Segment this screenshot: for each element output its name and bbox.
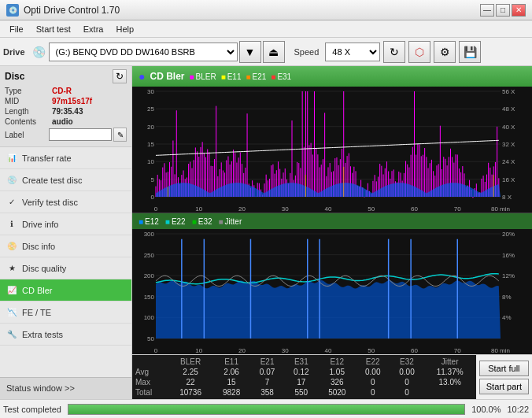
disc-refresh-button[interactable]: ↻: [113, 69, 127, 83]
minimize-button[interactable]: —: [480, 4, 494, 17]
row-value: 0: [390, 387, 423, 398]
sidebar-item-drive-info[interactable]: ℹ Drive info: [0, 213, 131, 235]
row-value: 0: [390, 377, 423, 387]
main-layout: Disc ↻ Type CD-R MID 97m15s17f Length 79…: [0, 66, 532, 399]
disc-length-value: 79:35.43: [52, 107, 83, 116]
sidebar-item-verify-test-disc[interactable]: ✓ Verify test disc: [0, 191, 131, 213]
row-value: 358: [250, 387, 284, 398]
erase-button[interactable]: ⬡: [408, 41, 430, 63]
sidebar-item-extra-tests[interactable]: 🔧 Extra tests: [0, 324, 131, 346]
chart1-canvas: [132, 87, 532, 213]
cdbler-title: CD Bler: [150, 71, 184, 82]
sidebar-item-label: Transfer rate: [22, 154, 72, 163]
cdbler-header: ● CD Bler ■ BLER ■ E11 ■ E21 ■ E31: [132, 66, 532, 87]
disc-type-value: CD-R: [52, 87, 72, 95]
progress-text: 100.0%: [471, 405, 501, 414]
legend-e11-label: E11: [227, 72, 242, 81]
speed-label: Speed: [294, 47, 320, 57]
menu-help[interactable]: Help: [109, 23, 140, 35]
col-e11: E11: [212, 357, 250, 367]
legend-e12: ■ E12: [139, 217, 159, 226]
disc-info-icon: 📀: [6, 241, 17, 252]
app-title: Opti Drive Control 1.70: [24, 5, 120, 16]
title-bar: 💿 Opti Drive Control 1.70 — □ ✕: [0, 0, 532, 20]
row-value: 15: [212, 377, 250, 387]
sidebar-item-cd-bler[interactable]: 📈 CD Bler: [0, 279, 131, 301]
menu-start-test[interactable]: Start test: [30, 23, 77, 35]
drive-arrow-button[interactable]: ▼: [239, 41, 261, 63]
disc-title: Disc: [5, 71, 24, 82]
disc-label-button[interactable]: ✎: [113, 128, 127, 142]
row-value: 10736: [168, 387, 212, 398]
sidebar-item-label: FE / TE: [22, 308, 51, 317]
drive-select[interactable]: (G:) BENQ DVD DD DW1640 BSRB: [49, 43, 238, 61]
extra-tests-icon: 🔧: [6, 329, 17, 340]
start-part-button[interactable]: Start part: [479, 379, 529, 394]
refresh-button[interactable]: ↻: [383, 41, 405, 63]
legend-e31: ■ E31: [271, 72, 291, 81]
row-value: 9828: [212, 387, 250, 398]
create-test-disc-icon: 💿: [6, 175, 17, 186]
sidebar-item-disc-quality[interactable]: ★ Disc quality: [0, 257, 131, 279]
legend-e11: ■ E11: [221, 72, 242, 81]
disc-label-label: Label: [5, 131, 49, 139]
chart1-area: [132, 87, 532, 213]
start-full-button[interactable]: Start full: [479, 361, 529, 376]
drive-eject-button[interactable]: ⏏: [263, 41, 285, 63]
col-jitter: Jitter: [424, 357, 476, 367]
status-window-label: Status window >>: [6, 383, 75, 393]
stats-table-wrapper: BLER E11 E21 E31 E12 E22 E32 Jitter Avg2…: [132, 355, 476, 399]
time-text: 10:22: [507, 405, 529, 414]
legend-e32: ■ E32: [192, 217, 212, 226]
speed-select[interactable]: 48 X: [325, 43, 380, 61]
row-value: 0.07: [250, 367, 284, 377]
sidebar-item-create-test-disc[interactable]: 💿 Create test disc: [0, 169, 131, 191]
settings-button[interactable]: ⚙: [434, 41, 456, 63]
table-row: Total107369828358550502000: [132, 387, 476, 398]
save-button[interactable]: 💾: [459, 41, 481, 63]
col-e12: E12: [318, 357, 356, 367]
row-value: 326: [318, 377, 356, 387]
sidebar-item-label: Disc info: [22, 242, 55, 251]
sidebar-item-disc-info[interactable]: 📀 Disc info: [0, 235, 131, 257]
disc-length-label: Length: [5, 107, 52, 116]
row-value: 0.12: [284, 367, 318, 377]
disc-label-input[interactable]: [49, 128, 112, 141]
legend-e31-label: E31: [277, 72, 291, 81]
charts-outer: ■ E12 ■ E22 ■ E32 ■ Jitter: [132, 87, 532, 354]
row-value: 11.37%: [424, 367, 476, 377]
menu-bar: File Start test Extra Help: [0, 20, 532, 38]
drive-label: Drive: [3, 47, 25, 57]
close-button[interactable]: ✕: [512, 4, 526, 17]
sidebar-item-label: Create test disc: [22, 176, 82, 185]
drive-info-icon: ℹ: [6, 219, 17, 230]
col-e31: E31: [284, 357, 318, 367]
maximize-button[interactable]: □: [496, 4, 510, 17]
menu-file[interactable]: File: [3, 23, 30, 35]
row-value: 13.0%: [424, 377, 476, 387]
legend-e11-dot: ■: [221, 72, 226, 81]
table-header-row: BLER E11 E21 E31 E12 E22 E32 Jitter: [132, 357, 476, 367]
status-window-button[interactable]: Status window >>: [0, 377, 131, 399]
sidebar-item-label: Drive info: [22, 220, 58, 229]
sidebar-item-label: CD Bler: [22, 286, 53, 295]
row-value: 2.25: [168, 367, 212, 377]
menu-extra[interactable]: Extra: [77, 23, 110, 35]
chart2-legend-bar: ■ E12 ■ E22 ■ E32 ■ Jitter: [132, 213, 532, 229]
sidebar-item-fe-te[interactable]: 📉 FE / TE: [0, 301, 131, 324]
row-value: 0.00: [356, 367, 390, 377]
table-row: Avg2.252.060.070.121.050.000.0011.37%: [132, 367, 476, 377]
stats-table: BLER E11 E21 E31 E12 E22 E32 Jitter Avg2…: [132, 357, 476, 398]
row-value: 22: [168, 377, 212, 387]
row-value: 0: [356, 387, 390, 398]
sidebar-item-transfer-rate[interactable]: 📊 Transfer rate: [0, 147, 131, 169]
col-e32: E32: [390, 357, 423, 367]
drive-icon: 💿: [31, 44, 47, 60]
bottom-section: BLER E11 E21 E31 E12 E22 E32 Jitter Avg2…: [132, 354, 532, 399]
row-label: Total: [132, 387, 168, 398]
row-value: 0.00: [390, 367, 423, 377]
legend-e22: ■ E22: [165, 217, 186, 226]
legend-e22-dot: ■: [165, 217, 170, 226]
cd-bler-icon: 📈: [6, 285, 17, 296]
content-area: ● CD Bler ■ BLER ■ E11 ■ E21 ■ E31: [132, 66, 532, 399]
